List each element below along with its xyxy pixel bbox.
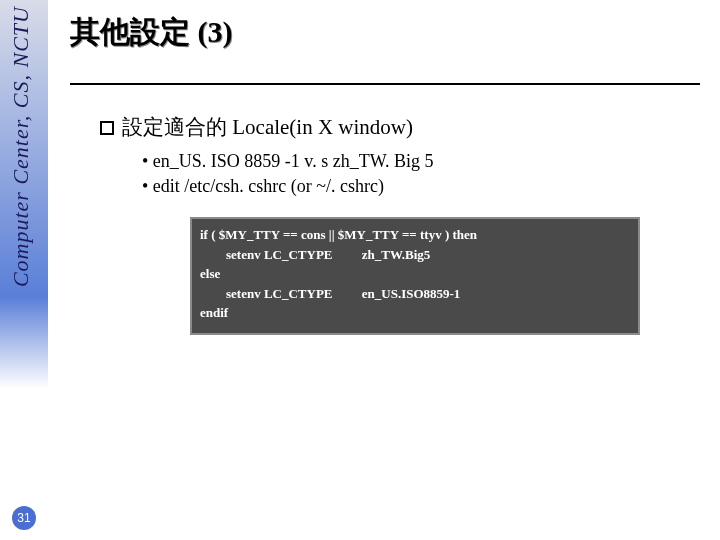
section: 設定適合的 Locale(in X window) en_US. ISO 885… [100,113,700,335]
code-line: if ( $MY_TTY == cons || $MY_TTY == ttyv … [200,227,477,242]
sidebar: Computer Center, CS, NCTU 31 [0,0,48,540]
section-heading-row: 設定適合的 Locale(in X window) [100,113,700,141]
section-heading: 設定適合的 Locale(in X window) [122,113,413,141]
code-block: if ( $MY_TTY == cons || $MY_TTY == ttyv … [190,217,640,335]
slide-content: 其他設定 (3) 設定適合的 Locale(in X window) en_US… [70,12,700,335]
code-line: setenv LC_CTYPE zh_TW.Big5 [200,247,430,262]
code-line: endif [200,305,228,320]
slide-title: 其他設定 (3) [70,12,700,85]
code-line: else [200,266,220,281]
list-item: en_US. ISO 8859 -1 v. s zh_TW. Big 5 [142,151,700,172]
bullet-list: en_US. ISO 8859 -1 v. s zh_TW. Big 5 edi… [142,151,700,197]
list-item: edit /etc/csh. cshrc (or ~/. cshrc) [142,176,700,197]
code-line: setenv LC_CTYPE en_US.ISO8859-1 [200,286,460,301]
org-label: Computer Center, CS, NCTU [8,6,34,287]
square-bullet-icon [100,121,114,135]
page-number: 31 [12,506,36,530]
